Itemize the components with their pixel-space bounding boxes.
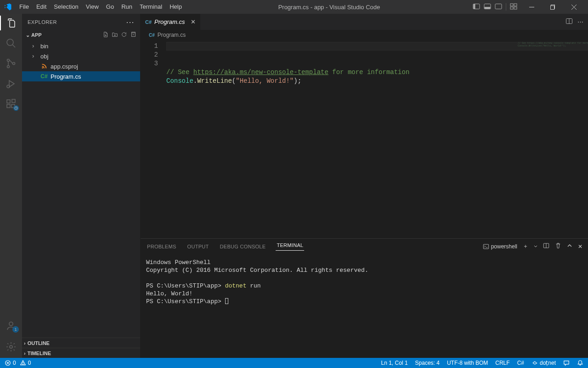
csproj-file-icon <box>40 63 48 70</box>
separator <box>506 3 506 11</box>
svg-rect-12 <box>550 6 554 9</box>
svg-point-28 <box>10 345 12 348</box>
tab-label: Program.cs <box>154 18 185 25</box>
file-tree: ›bin›objapp.csprojC#Program.cs <box>22 40 140 81</box>
menu-item-edit[interactable]: Edit <box>33 0 50 14</box>
terminal-shell-select[interactable]: powershell <box>483 243 517 250</box>
toggle-panel-icon[interactable] <box>484 3 491 12</box>
panel-tab-terminal[interactable]: TERMINAL <box>276 242 304 251</box>
editor-tabs: C# Program.cs ✕ ⋯ <box>141 14 588 30</box>
customize-layout-icon[interactable] <box>510 3 517 12</box>
svg-point-17 <box>7 59 10 62</box>
menu-item-help[interactable]: Help <box>166 0 186 14</box>
maximize-panel-icon[interactable] <box>567 243 572 250</box>
tree-item-label: Program.cs <box>51 73 81 80</box>
status-warnings[interactable]: 0 <box>20 360 31 366</box>
menu-item-selection[interactable]: Selection <box>50 0 82 14</box>
outline-section[interactable]: ›OUTLINE <box>22 338 140 348</box>
refresh-icon[interactable] <box>121 31 127 39</box>
split-terminal-dropdown-icon[interactable] <box>534 243 537 250</box>
vscode-logo-icon <box>4 3 12 11</box>
line-gutter: 123 <box>141 40 166 238</box>
folder-header[interactable]: ⌄ APP <box>22 30 140 40</box>
panel-tab-output[interactable]: OUTPUT <box>187 244 210 249</box>
panel-tab-problems[interactable]: PROBLEMS <box>146 244 177 249</box>
settings-gear-icon[interactable] <box>6 341 17 352</box>
outline-label: OUTLINE <box>28 340 50 346</box>
tree-item-program-cs[interactable]: C#Program.cs <box>22 71 140 81</box>
maximize-button[interactable] <box>542 0 563 14</box>
notifications-icon[interactable] <box>577 360 583 366</box>
svg-rect-33 <box>483 244 488 249</box>
cursor-position[interactable]: Ln 1, Col 1 <box>381 360 408 366</box>
svg-point-30 <box>42 67 43 69</box>
timeline-section[interactable]: ›TIMELINE <box>22 348 140 358</box>
language-mode[interactable]: C# <box>517 360 524 366</box>
svg-rect-6 <box>510 4 513 6</box>
folder-name: APP <box>31 32 42 38</box>
sidebar-title: EXPLORER <box>28 19 57 25</box>
source-control-tab-icon[interactable] <box>6 58 17 69</box>
svg-point-19 <box>13 63 15 65</box>
error-count: 0 <box>13 360 16 366</box>
bottom-panel: PROBLEMSOUTPUTDEBUG CONSOLETERMINAL powe… <box>141 238 588 358</box>
explorer-tab-icon[interactable] <box>6 17 17 29</box>
sidebar-more-icon[interactable]: ⋯ <box>126 17 135 27</box>
csharp-file-icon: C# <box>40 73 48 80</box>
svg-rect-22 <box>7 100 10 103</box>
tree-item-label: app.csproj <box>51 63 78 70</box>
terminal-output[interactable]: Windows PowerShell Copyright (C) 2016 Mi… <box>141 254 588 358</box>
tree-item-bin[interactable]: ›bin <box>22 41 140 51</box>
extensions-update-badge-icon <box>13 105 19 111</box>
svg-point-18 <box>7 66 10 68</box>
accounts-icon[interactable]: 1 <box>6 320 17 331</box>
live-share[interactable]: doṭnet <box>531 360 556 366</box>
close-panel-icon[interactable]: ✕ <box>578 243 582 250</box>
shell-label: powershell <box>491 243 517 250</box>
menu-item-go[interactable]: Go <box>102 0 118 14</box>
collapse-all-icon[interactable] <box>130 31 136 39</box>
svg-rect-25 <box>12 99 15 103</box>
menu-item-run[interactable]: Run <box>118 0 136 14</box>
split-terminal-icon[interactable] <box>543 242 549 250</box>
new-terminal-icon[interactable]: ＋ <box>523 242 528 250</box>
encoding[interactable]: UTF-8 with BOM <box>447 360 488 366</box>
status-errors[interactable]: 0 <box>5 360 16 366</box>
menu-item-view[interactable]: View <box>82 0 102 14</box>
extensions-tab-icon[interactable] <box>6 98 17 109</box>
code-editor[interactable]: 123 // See https://aka.ms/new-console-te… <box>141 40 588 238</box>
menu-item-file[interactable]: File <box>16 0 33 14</box>
eol[interactable]: CRLF <box>495 360 509 366</box>
menu-item-terminal[interactable]: Terminal <box>136 0 166 14</box>
tree-item-obj[interactable]: ›obj <box>22 51 140 61</box>
sidebar-header: EXPLORER ⋯ <box>22 14 140 30</box>
new-file-icon[interactable] <box>102 31 109 39</box>
layout-toggle-group <box>473 3 517 12</box>
split-editor-icon[interactable] <box>565 17 573 26</box>
close-tab-icon[interactable]: ✕ <box>191 18 196 25</box>
tab-more-icon[interactable]: ⋯ <box>577 18 583 25</box>
svg-rect-23 <box>7 104 10 108</box>
feedback-icon[interactable] <box>563 360 570 366</box>
minimap[interactable]: // See https://aka.ms/new-console-templa… <box>518 41 587 47</box>
indentation[interactable]: Spaces: 4 <box>415 360 440 366</box>
breadcrumb-file: Program.cs <box>158 32 186 38</box>
tree-item-label: bin <box>40 43 48 50</box>
tree-item-app-csproj[interactable]: app.csproj <box>22 61 140 71</box>
minimize-button[interactable] <box>521 0 542 14</box>
new-folder-icon[interactable] <box>112 31 118 39</box>
svg-point-27 <box>9 322 13 326</box>
toggle-secondary-sidebar-icon[interactable] <box>495 3 502 12</box>
toggle-primary-sidebar-icon[interactable] <box>473 3 480 12</box>
panel-tab-bar: PROBLEMSOUTPUTDEBUG CONSOLETERMINAL powe… <box>141 239 588 254</box>
window-title: Program.cs - app - Visual Studio Code <box>186 4 473 11</box>
chevron-right-icon: › <box>24 351 26 356</box>
activity-bar: 1 <box>0 14 22 358</box>
kill-terminal-icon[interactable] <box>555 242 561 250</box>
breadcrumb[interactable]: C# Program.cs <box>141 30 588 40</box>
close-button[interactable] <box>563 0 584 14</box>
editor-tab-program[interactable]: C# Program.cs ✕ <box>141 14 201 30</box>
run-debug-tab-icon[interactable] <box>6 78 17 89</box>
panel-tab-debug-console[interactable]: DEBUG CONSOLE <box>219 244 267 249</box>
search-tab-icon[interactable] <box>6 38 17 49</box>
